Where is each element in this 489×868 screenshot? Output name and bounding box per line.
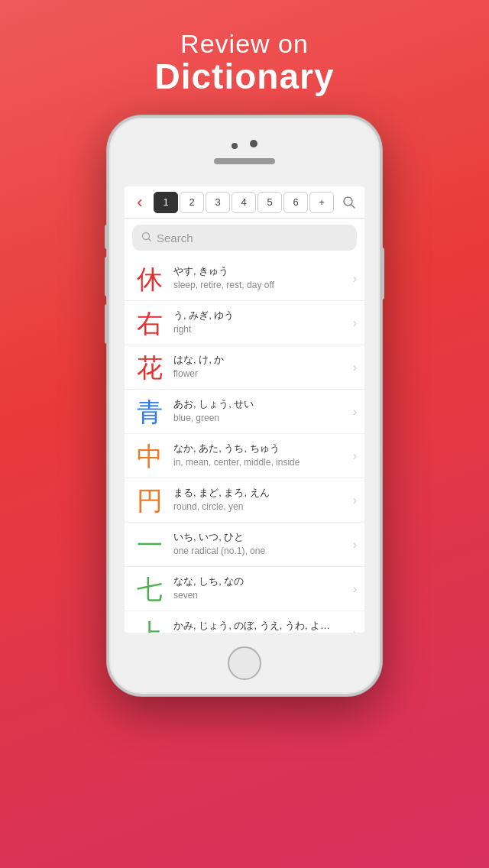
meaning-text: blue, green (173, 413, 350, 425)
list-item[interactable]: 休やす, きゅうsleep, retire, rest, day off› (125, 257, 364, 301)
chevron-right-icon: › (353, 316, 357, 330)
phone-top (109, 118, 380, 186)
tab-6[interactable]: 6 (283, 192, 308, 213)
kanji-character: 花 (132, 355, 167, 381)
reading-text: いち, いつ, ひと (173, 531, 350, 544)
home-button[interactable] (228, 646, 261, 680)
search-icon (141, 232, 152, 245)
entry-info: やす, きゅうsleep, retire, rest, day off (173, 265, 350, 291)
meaning-text: flower (173, 368, 350, 381)
meaning-text: sleep, retire, rest, day off (173, 280, 350, 292)
tab-add[interactable]: + (309, 192, 334, 213)
chevron-right-icon: › (353, 494, 357, 507)
phone-screen: ‹ 1 2 3 4 5 6 + (125, 186, 364, 633)
reading-text: あお, しょう, せい (173, 398, 350, 411)
front-camera-area (232, 140, 257, 152)
meaning-text: one radical (no.1), one (173, 546, 350, 558)
back-button[interactable]: ‹ (129, 192, 151, 213)
kanji-character: 休 (132, 266, 167, 292)
list-item[interactable]: 青あお, しょう, せいblue, green› (125, 390, 364, 434)
volume-mute-button (105, 225, 108, 249)
reading-text: かみ, じょう, のぼ, うえ, うわ, よ… (173, 620, 350, 633)
reading-text: はな, け, か (173, 354, 350, 367)
reading-text: やす, きゅう (173, 265, 350, 278)
volume-down-button (105, 304, 108, 344)
meaning-text: seven (173, 590, 350, 602)
front-sensor (232, 143, 238, 149)
dictionary-list: 休やす, きゅうsleep, retire, rest, day off›右う,… (125, 257, 364, 633)
chevron-right-icon: › (353, 361, 357, 374)
app-header: Review on Dictionary (155, 29, 335, 97)
list-item[interactable]: 右う, みぎ, ゆうright› (125, 301, 364, 345)
front-camera (250, 140, 257, 147)
entry-info: かみ, じょう, のぼ, うえ, うわ, よ…up, above (173, 620, 350, 633)
tab-4[interactable]: 4 (232, 192, 256, 213)
kanji-character: 一 (132, 532, 167, 558)
tab-3[interactable]: 3 (206, 192, 230, 213)
kanji-character: 上 (132, 620, 167, 633)
phone-bottom (109, 633, 380, 694)
volume-up-button (105, 257, 108, 296)
search-bar[interactable]: Search (132, 225, 357, 251)
svg-line-1 (351, 204, 355, 208)
entry-info: なか, あた, うち, ちゅうin, mean, center, middle,… (173, 442, 350, 468)
list-item[interactable]: 一いち, いつ, ひとone radical (no.1), one› (125, 523, 364, 567)
reading-text: まる, まど, まろ, えん (173, 487, 350, 500)
svg-line-3 (148, 238, 151, 241)
power-button (381, 248, 384, 300)
entry-info: まる, まど, まろ, えんround, circle, yen (173, 487, 350, 513)
list-item[interactable]: 上かみ, じょう, のぼ, うえ, うわ, よ…up, above› (125, 611, 364, 633)
tabs: 1 2 3 4 5 6 + (151, 192, 338, 213)
entry-info: う, みぎ, ゆうright (173, 309, 350, 335)
search-icon-button[interactable] (338, 192, 360, 213)
list-item[interactable]: 花はな, け, かflower› (125, 345, 364, 390)
speaker (214, 158, 275, 164)
chevron-right-icon: › (353, 538, 357, 552)
tab-bar: ‹ 1 2 3 4 5 6 + (125, 186, 364, 219)
chevron-right-icon: › (353, 582, 357, 596)
meaning-text: right (173, 324, 350, 336)
entry-info: いち, いつ, ひとone radical (no.1), one (173, 531, 350, 557)
tab-2[interactable]: 2 (180, 192, 204, 213)
reading-text: なな, しち, なの (173, 575, 350, 588)
tab-1[interactable]: 1 (154, 192, 178, 213)
list-item[interactable]: 円まる, まど, まろ, えんround, circle, yen› (125, 478, 364, 523)
reading-text: なか, あた, うち, ちゅう (173, 442, 350, 455)
entry-info: はな, け, かflower (173, 354, 350, 380)
kanji-character: 青 (132, 399, 167, 425)
search-placeholder: Search (157, 232, 193, 245)
chevron-right-icon: › (353, 272, 357, 286)
tab-5[interactable]: 5 (257, 192, 282, 213)
entry-info: あお, しょう, せいblue, green (173, 398, 350, 424)
list-item[interactable]: 七なな, しち, なのseven› (125, 567, 364, 611)
chevron-right-icon: › (353, 405, 357, 419)
phone-frame: ‹ 1 2 3 4 5 6 + (107, 115, 382, 696)
meaning-text: round, circle, yen (173, 501, 350, 513)
reading-text: う, みぎ, ゆう (173, 309, 350, 322)
header-line2: Dictionary (155, 56, 335, 97)
kanji-character: 中 (132, 443, 167, 469)
kanji-character: 円 (132, 487, 167, 513)
chevron-right-icon: › (353, 627, 357, 633)
kanji-character: 右 (132, 310, 167, 336)
entry-info: なな, しち, なのseven (173, 575, 350, 601)
list-item[interactable]: 中なか, あた, うち, ちゅうin, mean, center, middle… (125, 434, 364, 478)
kanji-character: 七 (132, 576, 167, 602)
header-line1: Review on (155, 29, 335, 59)
chevron-right-icon: › (353, 449, 357, 463)
meaning-text: in, mean, center, middle, inside (173, 457, 350, 469)
